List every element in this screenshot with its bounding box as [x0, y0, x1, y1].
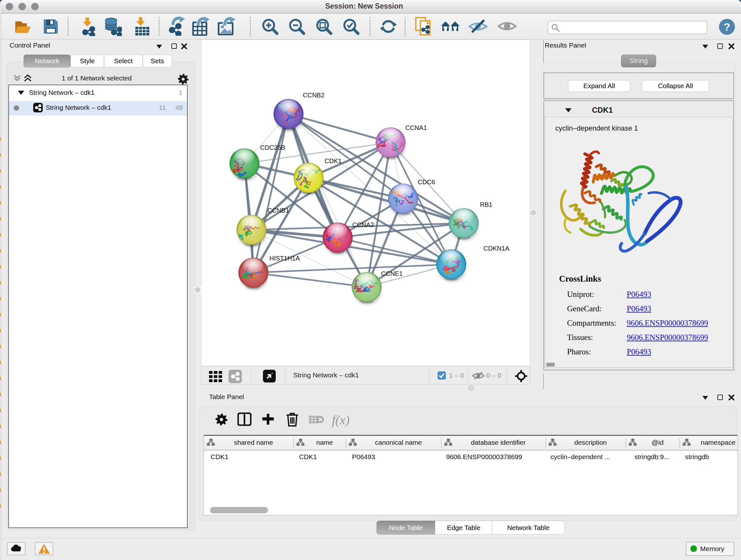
svg-text:CDC6: CDC6: [418, 179, 435, 186]
svg-text:HIST1H1A: HIST1H1A: [269, 255, 300, 262]
svg-text:CDK1: CDK1: [325, 158, 341, 165]
svg-text:CDC25B: CDC25B: [260, 144, 285, 151]
svg-text:CCNA1: CCNA1: [405, 124, 427, 131]
svg-text:?: ?: [724, 21, 731, 33]
svg-text:CCNB2: CCNB2: [303, 91, 325, 99]
svg-text:CCNE1: CCNE1: [381, 270, 403, 277]
svg-text:CCNA2: CCNA2: [352, 221, 374, 228]
svg-text:CDKN1A: CDKN1A: [483, 245, 510, 252]
svg-text:CCNB1: CCNB1: [267, 207, 289, 214]
svg-text:RB1: RB1: [480, 201, 492, 208]
